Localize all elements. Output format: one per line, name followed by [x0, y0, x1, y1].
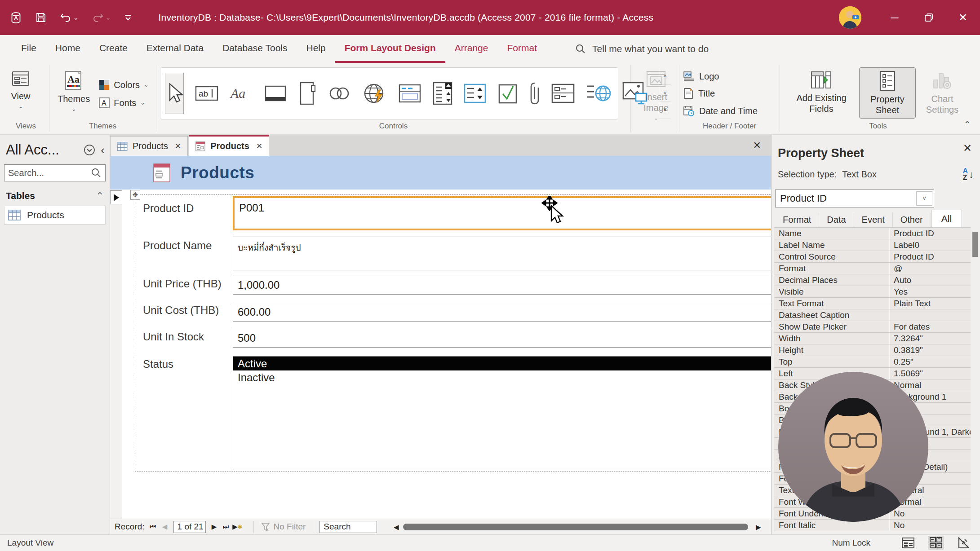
ps-tab-event[interactable]: Event — [854, 212, 893, 227]
minimize-button[interactable]: ─ — [878, 0, 912, 35]
property-row[interactable]: Font Italic No — [774, 520, 971, 531]
layout-move-handle[interactable]: ✥ — [130, 190, 140, 200]
tab-form-layout-design[interactable]: Form Layout Design — [335, 35, 445, 63]
doc-tab-products-form[interactable]: Products ✕ — [189, 135, 269, 156]
logo-button[interactable]: Logo — [683, 71, 719, 82]
nav-search-input[interactable]: Search... — [4, 164, 106, 181]
property-row[interactable]: Name Product ID — [774, 228, 971, 239]
field-label-unit-in-stock[interactable]: Unit In Stock — [143, 331, 204, 343]
shutter-bar-icon[interactable]: ‹ — [101, 143, 105, 157]
property-row[interactable]: Height 0.3819" — [774, 344, 971, 356]
list-box-icon[interactable] — [464, 84, 486, 103]
property-value[interactable]: Label0 — [889, 239, 971, 251]
hscroll-right-icon[interactable]: ▶ — [756, 523, 761, 531]
last-record-icon[interactable]: ⏭ — [220, 523, 232, 531]
record-selector-arrow[interactable] — [110, 190, 122, 204]
restore-button[interactable] — [912, 0, 946, 35]
close-property-sheet-icon[interactable]: ✕ — [963, 142, 972, 154]
property-value[interactable]: Yes — [889, 286, 971, 297]
field-input-product-id[interactable]: P001 — [233, 196, 771, 230]
property-value[interactable]: No — [889, 508, 971, 519]
themes-button[interactable]: Aa Themes ⌄ — [53, 67, 94, 114]
property-value[interactable]: 0.25" — [889, 356, 971, 367]
label-icon[interactable]: Aa — [230, 85, 253, 101]
property-value[interactable]: 0.3819" — [889, 344, 971, 356]
property-grid-scrollbar-thumb[interactable] — [972, 232, 978, 257]
add-existing-fields-button[interactable]: Add Existing Fields — [784, 67, 859, 117]
page-list-icon[interactable] — [586, 83, 611, 104]
title-button[interactable]: Title — [683, 88, 715, 99]
property-value[interactable]: @ — [889, 263, 971, 274]
attachment-icon[interactable] — [529, 81, 540, 106]
nav-section-tables[interactable]: Tables ⌃ — [4, 189, 106, 206]
field-label-product-name[interactable]: Product Name — [143, 239, 212, 252]
chevron-down-icon[interactable]: ˅ — [916, 191, 932, 206]
record-position-input[interactable]: 1 of 21 — [173, 521, 206, 533]
account-avatar[interactable] — [839, 6, 861, 29]
field-input-unit-in-stock[interactable]: 500 — [233, 328, 771, 348]
select-pointer-icon[interactable] — [165, 73, 184, 114]
nav-item-products[interactable]: Products — [4, 206, 106, 225]
customize-qat-icon[interactable] — [124, 14, 132, 21]
ps-tab-format[interactable]: Format — [775, 212, 819, 227]
property-row[interactable]: Decimal Places Auto — [774, 274, 971, 286]
sort-az-icon[interactable]: AZ↓ — [962, 168, 974, 181]
property-value[interactable]: 7.3264" — [889, 333, 971, 344]
tab-home[interactable]: Home — [46, 35, 90, 63]
property-sheet-button[interactable]: Property Sheet — [859, 67, 916, 119]
navigation-control-icon[interactable] — [398, 84, 421, 103]
tab-database-tools[interactable]: Database Tools — [213, 35, 297, 63]
tab-file[interactable]: File — [12, 35, 46, 63]
field-label-status[interactable]: Status — [143, 358, 173, 370]
ps-tab-other[interactable]: Other — [893, 212, 931, 227]
property-value[interactable]: Plain Text — [889, 298, 971, 309]
field-label-product-id[interactable]: Product ID — [143, 202, 194, 215]
record-search-input[interactable]: Search — [319, 521, 377, 533]
selected-object-dropdown[interactable]: Product ID ˅ — [775, 190, 934, 207]
web-browser-control-icon[interactable] — [363, 82, 387, 105]
hscroll-left-icon[interactable]: ◀ — [394, 523, 399, 531]
text-box-icon[interactable]: ab — [195, 86, 218, 101]
close-button[interactable]: ✕ — [946, 0, 980, 35]
collapse-section-icon[interactable]: ⌃ — [96, 190, 104, 201]
colors-button[interactable]: Colors⌄ — [99, 79, 149, 90]
property-grid-scrollbar[interactable] — [971, 228, 979, 530]
property-value[interactable]: No — [889, 520, 971, 531]
tab-help[interactable]: Help — [297, 35, 335, 63]
next-record-icon[interactable]: ▶ — [208, 523, 220, 531]
undo-icon[interactable]: ⌄ — [60, 12, 79, 23]
property-value[interactable]: Product ID — [889, 228, 971, 239]
tab-external-data[interactable]: External Data — [137, 35, 213, 63]
check-box-icon[interactable] — [497, 82, 518, 105]
field-input-unit-cost[interactable]: 600.00 — [233, 302, 771, 322]
property-row[interactable]: Top 0.25" — [774, 356, 971, 368]
tab-control-icon[interactable] — [298, 82, 316, 105]
property-row[interactable]: Datasheet Caption — [774, 309, 971, 321]
button-icon[interactable] — [264, 84, 287, 102]
hyperlink-icon[interactable] — [327, 85, 351, 101]
doc-tab-products-table[interactable]: Products ✕ — [110, 136, 188, 156]
combo-box-icon[interactable] — [433, 82, 452, 105]
nav-menu-icon[interactable] — [84, 144, 95, 156]
property-row[interactable]: Visible Yes — [774, 286, 971, 298]
property-value[interactable]: Product ID — [889, 251, 971, 262]
close-tab-icon[interactable]: ✕ — [254, 141, 262, 151]
horizontal-scrollbar-thumb[interactable] — [403, 524, 748, 530]
tab-create[interactable]: Create — [90, 35, 137, 63]
property-row[interactable]: Label Name Label0 — [774, 239, 971, 251]
no-filter-button[interactable]: No Filter — [253, 521, 314, 533]
view-button[interactable]: View ⌄ — [6, 67, 35, 111]
save-icon[interactable] — [35, 12, 46, 23]
first-record-icon[interactable]: ⏮ — [147, 523, 159, 531]
ps-tab-all[interactable]: All — [931, 210, 962, 227]
status-option-active[interactable]: Active — [233, 357, 771, 370]
property-value[interactable]: For dates — [889, 321, 971, 332]
field-input-unit-price[interactable]: 1,000.00 — [233, 275, 771, 295]
property-value[interactable] — [889, 309, 971, 321]
property-row[interactable]: Text Format Plain Text — [774, 298, 971, 309]
tell-me-search[interactable]: Tell me what you want to do — [575, 35, 709, 63]
field-label-unit-price[interactable]: Unit Price (THB) — [143, 278, 222, 290]
close-tab-icon[interactable]: ✕ — [173, 141, 181, 151]
property-row[interactable]: Format @ — [774, 263, 971, 274]
status-option-inactive[interactable]: Inactive — [233, 370, 771, 384]
